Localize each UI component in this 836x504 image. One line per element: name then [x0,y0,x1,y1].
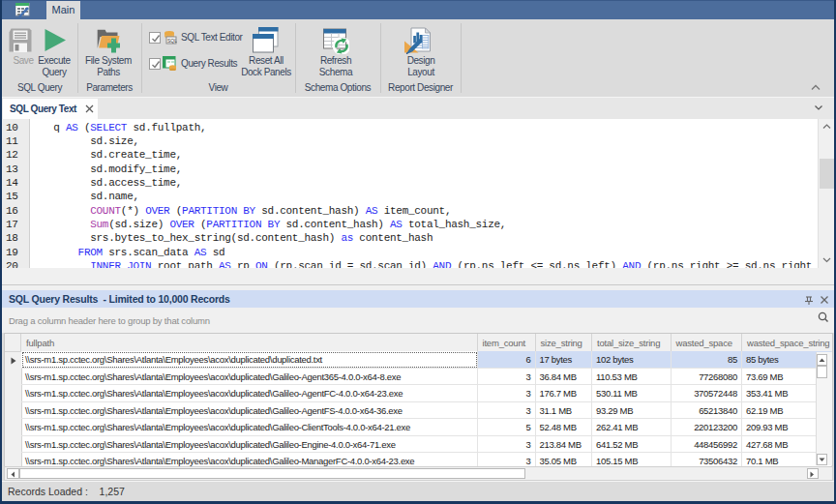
svg-text:SQL: SQL [167,38,177,44]
